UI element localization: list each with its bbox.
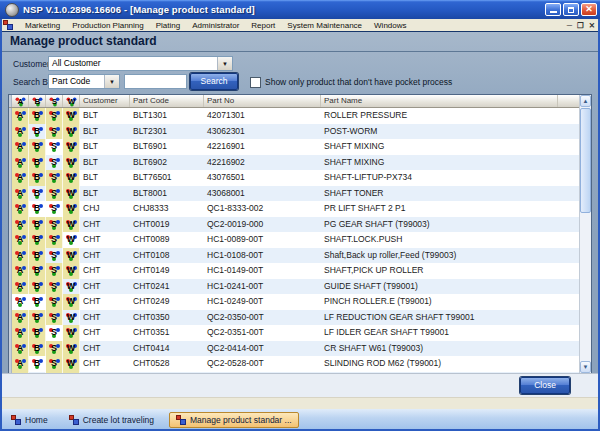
cell-part-name: PINCH ROLLER.E (T99001) xyxy=(321,294,558,310)
process-w-icon: W xyxy=(66,141,77,152)
process-b-icon: B xyxy=(32,141,43,152)
cell-customer: BLT xyxy=(80,186,130,202)
table-row[interactable]: ABSWCHTCHT0528QC2-0528-00TSLINDING ROD M… xyxy=(9,356,579,372)
vertical-scrollbar[interactable]: ▲ ▼ xyxy=(579,95,591,373)
process-cell-b: B xyxy=(29,186,46,202)
cell-part-name: ROLLER PRESSURE xyxy=(321,108,558,124)
column-header-a-icon[interactable]: A xyxy=(12,95,29,107)
form-content: Manage product standard Customer All Cus… xyxy=(0,31,600,373)
scroll-up-icon[interactable]: ▲ xyxy=(580,95,591,107)
chevron-down-icon[interactable]: ▼ xyxy=(217,57,232,70)
cell-part-no: 42071301 xyxy=(204,108,321,124)
cell-part-code: CHT0414 xyxy=(130,341,204,357)
column-header-w-icon[interactable]: W xyxy=(63,95,80,107)
column-header-part-code[interactable]: Part Code xyxy=(130,95,204,107)
process-cell-a: A xyxy=(12,279,29,295)
search-button[interactable]: Search xyxy=(190,73,238,90)
table-row[interactable]: ABSWCHTCHT0414QC2-0414-00TCR SHAFT W61 (… xyxy=(9,341,579,357)
process-w-icon: W xyxy=(66,110,77,121)
column-header-part-name[interactable]: Part Name xyxy=(321,95,558,107)
mdi-window-controls: ─ ❐ ✕ xyxy=(567,21,600,30)
cell-empty xyxy=(558,186,579,202)
cell-part-name: LF REDUCTION GEAR SHAFT T99001 xyxy=(321,310,558,326)
table-row[interactable]: ABSWBLTBLT690142216901SHAFT MIXING xyxy=(9,139,579,155)
process-cell-a: A xyxy=(12,108,29,124)
table-row[interactable]: ABSWCHTCHT0241HC1-0241-00TGUIDE SHAFT (T… xyxy=(9,279,579,295)
table-row[interactable]: ABSWBLTBLT130142071301ROLLER PRESSURE xyxy=(9,108,579,124)
cell-part-no: QC2-0019-000 xyxy=(204,217,321,233)
menu-item-production-planning[interactable]: Production Planning xyxy=(66,21,150,30)
scroll-down-icon[interactable]: ▼ xyxy=(580,361,591,373)
table-row[interactable]: ABSWCHTCHT0089HC1-0089-00TSHAFT.LOCK.PUS… xyxy=(9,232,579,248)
taskbar-tab-home[interactable]: Home xyxy=(5,412,54,428)
menu-item-windows[interactable]: Windows xyxy=(368,21,412,30)
customer-select[interactable]: All Customer ▼ xyxy=(48,56,233,71)
search-by-select[interactable]: Part Code ▼ xyxy=(48,74,120,89)
cell-part-no: 42216901 xyxy=(204,139,321,155)
cell-part-name: SHAFT TONER xyxy=(321,186,558,202)
process-w-icon: W xyxy=(66,126,77,137)
table-row[interactable]: ABSWBLTBLT690242216902SHAFT MIXING xyxy=(9,155,579,171)
cell-customer: BLT xyxy=(80,170,130,186)
cell-customer: BLT xyxy=(80,124,130,140)
restore-button[interactable] xyxy=(563,3,579,16)
process-cell-a: A xyxy=(12,356,29,372)
scrollbar-thumb[interactable] xyxy=(580,108,591,213)
taskbar-tab-manage-product-standar[interactable]: Manage product standar ... xyxy=(169,412,299,428)
process-a-icon: A xyxy=(15,172,26,183)
column-header-customer[interactable]: Customer xyxy=(80,95,130,107)
minimize-button[interactable] xyxy=(545,3,561,16)
process-a-icon: A xyxy=(15,110,26,121)
mdi-close-icon[interactable]: ✕ xyxy=(589,21,595,30)
cell-part-code: CHT0149 xyxy=(130,263,204,279)
table-row[interactable]: ABSWCHTCHT0351QC2-0351-00TLF IDLER GEAR … xyxy=(9,325,579,341)
table-row[interactable]: ABSWCHTCHT0249HC1-0249-00TPINCH ROLLER.E… xyxy=(9,294,579,310)
taskbar-tab-create-lot-traveling[interactable]: Create lot traveling xyxy=(63,412,160,428)
menu-item-system-maintenance[interactable]: System Maintenance xyxy=(281,21,368,30)
menu-item-report[interactable]: Report xyxy=(245,21,281,30)
close-window-button[interactable]: ✕ xyxy=(581,3,597,16)
column-header-part-no[interactable]: Part No xyxy=(204,95,321,107)
cell-part-name: GUIDE SHAFT (T99001) xyxy=(321,279,558,295)
menu-bar: MarketingProduction PlanningPlatingAdmin… xyxy=(0,19,600,31)
table-row[interactable]: ABSWCHTCHT0108HC1-0108-00TShaft,Back up … xyxy=(9,248,579,264)
cell-part-code: BLT2301 xyxy=(130,124,204,140)
column-header-s-icon[interactable]: S xyxy=(46,95,63,107)
table-row[interactable]: ABSWCHJCHJ8333QC1-8333-002PR LIFT SHAFT … xyxy=(9,201,579,217)
table-row[interactable]: ABSWBLTBLT7650143076501SHAFT-LIFTUP-PX73… xyxy=(9,170,579,186)
process-s-icon: S xyxy=(49,250,60,261)
status-strip xyxy=(0,397,600,409)
table-row[interactable]: ABSWBLTBLT800143068001SHAFT TONER xyxy=(9,186,579,202)
taskbar-tab-label: Create lot traveling xyxy=(83,415,154,425)
chevron-down-icon[interactable]: ▼ xyxy=(104,75,119,88)
cell-customer: CHT xyxy=(80,279,130,295)
process-w-icon: W xyxy=(66,281,77,292)
table-row[interactable]: ABSWCHTCHT0149HC1-0149-00TSHAFT,PICK UP … xyxy=(9,263,579,279)
menu-item-marketing[interactable]: Marketing xyxy=(19,21,66,30)
process-s-icon: S xyxy=(49,110,60,121)
process-cell-w: W xyxy=(63,325,80,341)
cell-part-code: BLT6902 xyxy=(130,155,204,171)
menu-item-plating[interactable]: Plating xyxy=(150,21,186,30)
pocket-process-checkbox[interactable] xyxy=(250,77,261,88)
cell-part-name: SHAFT,PICK UP ROLLER xyxy=(321,263,558,279)
column-header-b-icon[interactable]: B xyxy=(29,95,46,107)
process-b-icon: B xyxy=(32,234,43,245)
process-cell-s: S xyxy=(46,325,63,341)
process-cell-b: B xyxy=(29,263,46,279)
process-cell-s: S xyxy=(46,356,63,372)
process-w-icon: W xyxy=(66,234,77,245)
menu-item-administrator[interactable]: Administrator xyxy=(186,21,245,30)
process-cell-b: B xyxy=(29,108,46,124)
close-button[interactable]: Close xyxy=(520,377,570,394)
process-w-icon: W xyxy=(66,327,77,338)
cell-part-code: BLT76501 xyxy=(130,170,204,186)
cell-empty xyxy=(558,341,579,357)
search-by-label: Search By xyxy=(13,77,52,87)
search-input[interactable] xyxy=(124,74,187,89)
table-row[interactable]: ABSWCHTCHT0350QC2-0350-00TLF REDUCTION G… xyxy=(9,310,579,326)
table-row[interactable]: ABSWCHTCHT0019QC2-0019-000PG GEAR SHAFT … xyxy=(9,217,579,233)
mdi-minimize-icon[interactable]: ─ xyxy=(567,21,572,30)
table-row[interactable]: ABSWBLTBLT230143062301POST-WORM xyxy=(9,124,579,140)
mdi-restore-icon[interactable]: ❐ xyxy=(577,21,584,30)
